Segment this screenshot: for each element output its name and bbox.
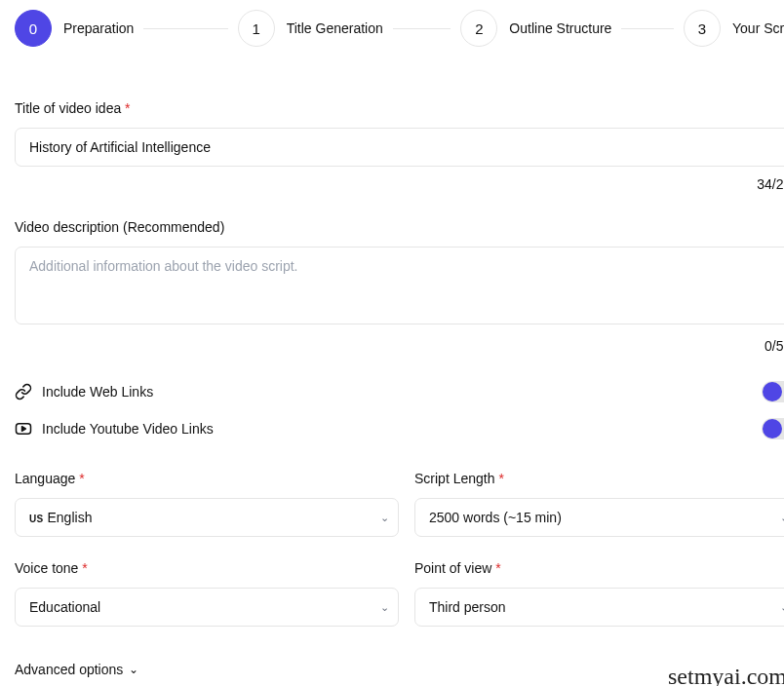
script-length-label-text: Script Length xyxy=(414,471,498,486)
language-group: Language * USEnglish ⌄ xyxy=(15,471,399,537)
include-youtube-links-label: Include Youtube Video Links xyxy=(42,421,214,437)
description-counter: 0/500 xyxy=(15,338,784,354)
required-asterisk: * xyxy=(495,560,500,576)
required-asterisk: * xyxy=(79,471,84,486)
include-youtube-links-toggle[interactable] xyxy=(762,418,784,439)
link-icon xyxy=(15,383,32,400)
script-length-group: Script Length * 2500 words (~15 min) ⌄ xyxy=(414,471,784,537)
step-label-3: Your Script xyxy=(732,20,784,36)
title-label: Title of video idea * xyxy=(15,100,784,116)
step-label-1: Title Generation xyxy=(287,20,383,36)
chevron-down-icon: ⌄ xyxy=(129,663,138,676)
svg-marker-1 xyxy=(22,427,26,432)
pov-label-text: Point of view xyxy=(414,560,495,576)
advanced-options-label: Advanced options xyxy=(15,662,123,677)
include-web-links-row: Include Web Links xyxy=(15,381,784,402)
voice-tone-label: Voice tone * xyxy=(15,560,399,576)
script-length-label: Script Length * xyxy=(414,471,784,486)
include-youtube-links-row: Include Youtube Video Links xyxy=(15,418,784,439)
voice-tone-label-text: Voice tone xyxy=(15,560,82,576)
required-asterisk: * xyxy=(125,100,130,116)
required-asterisk: * xyxy=(498,471,503,486)
language-value: English xyxy=(48,510,93,525)
language-label-text: Language xyxy=(15,471,79,486)
step-line xyxy=(621,28,674,29)
include-web-links-toggle[interactable] xyxy=(762,381,784,402)
step-line xyxy=(143,28,227,29)
pov-select[interactable]: Third person xyxy=(414,588,784,627)
step-circle-2: 2 xyxy=(460,10,497,47)
step-preparation[interactable]: 0 Preparation xyxy=(15,10,238,47)
step-title-generation[interactable]: 1 Title Generation xyxy=(238,10,461,47)
required-asterisk: * xyxy=(82,560,87,576)
row-language-script: Language * USEnglish ⌄ Script Length * 2… xyxy=(15,471,784,537)
advanced-options-toggle[interactable]: Advanced options ⌄ xyxy=(15,662,138,677)
step-label-2: Outline Structure xyxy=(509,20,611,36)
title-counter: 34/200 xyxy=(15,176,784,192)
video-description-group: Video description (Recommended) 0/500 xyxy=(15,219,784,354)
toggle-knob xyxy=(763,419,782,438)
description-label: Video description (Recommended) xyxy=(15,219,784,235)
voice-tone-select[interactable]: Educational xyxy=(15,588,399,627)
step-label-0: Preparation xyxy=(63,20,134,36)
row-voice-pov: Voice tone * Educational ⌄ Point of view… xyxy=(15,560,784,627)
title-label-text: Title of video idea xyxy=(15,100,125,116)
pov-group: Point of view * Third person ⌄ xyxy=(414,560,784,627)
step-circle-3: 3 xyxy=(684,10,721,47)
step-outline-structure[interactable]: 2 Outline Structure xyxy=(460,10,684,47)
language-select[interactable]: USEnglish xyxy=(15,498,399,537)
language-label: Language * xyxy=(15,471,399,486)
description-textarea[interactable] xyxy=(15,247,784,324)
flag-us: US xyxy=(29,514,44,524)
include-web-links-label: Include Web Links xyxy=(42,384,153,400)
script-length-select[interactable]: 2500 words (~15 min) xyxy=(414,498,784,537)
title-input[interactable] xyxy=(15,128,784,167)
toggle-knob xyxy=(763,382,782,401)
step-circle-1: 1 xyxy=(238,10,275,47)
youtube-icon xyxy=(15,420,32,438)
step-line xyxy=(393,28,451,29)
title-of-video-group: Title of video idea * 34/200 xyxy=(15,100,784,192)
stepper: 0 Preparation 1 Title Generation 2 Outli… xyxy=(15,10,784,47)
step-circle-0: 0 xyxy=(15,10,52,47)
voice-tone-group: Voice tone * Educational ⌄ xyxy=(15,560,399,627)
watermark: setmyai.com xyxy=(668,664,784,686)
step-your-script[interactable]: 3 Your Script xyxy=(684,10,784,47)
pov-label: Point of view * xyxy=(414,560,784,576)
